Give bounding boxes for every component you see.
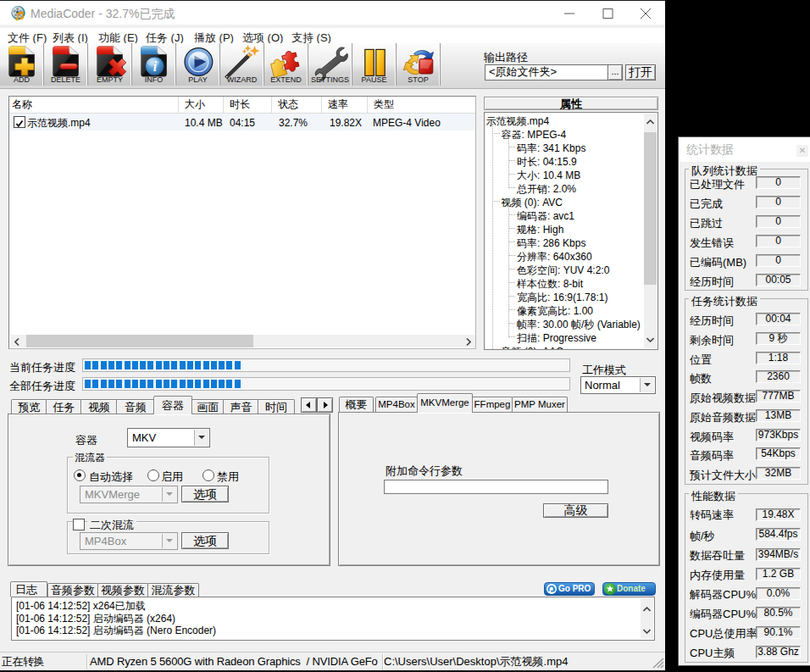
svg-text:i: i xyxy=(153,59,158,74)
